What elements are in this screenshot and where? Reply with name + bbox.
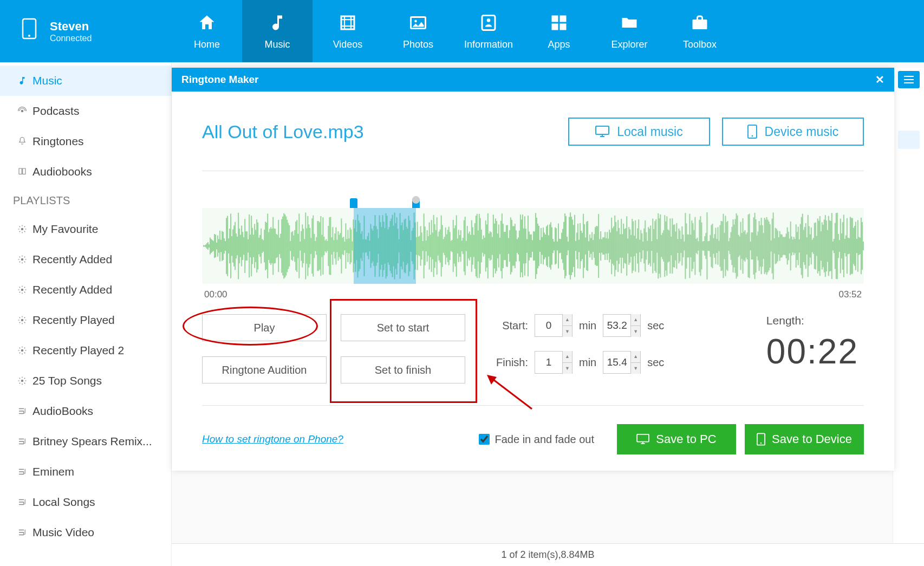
- svg-rect-315: [521, 219, 522, 272]
- svg-rect-533: [758, 231, 759, 260]
- hamburger-button[interactable]: [898, 71, 920, 88]
- start-min-input[interactable]: ▲▼: [535, 314, 572, 337]
- tab-music[interactable]: Music: [242, 0, 313, 62]
- svg-rect-609: [840, 219, 841, 274]
- svg-rect-464: [682, 235, 684, 257]
- svg-rect-501: [723, 214, 724, 278]
- playlist-eminem[interactable]: Eminem: [0, 457, 171, 487]
- svg-rect-520: [744, 232, 745, 261]
- playlist-my-favourite[interactable]: My Favourite: [0, 214, 171, 244]
- fade-checkbox-input[interactable]: [479, 434, 490, 445]
- svg-rect-508: [731, 232, 732, 259]
- playlist-audiobooks[interactable]: AudioBooks: [0, 396, 171, 426]
- playlist-music-video[interactable]: Music Video: [0, 517, 171, 548]
- tab-information[interactable]: Information: [453, 0, 524, 62]
- sidebar-item-podcasts[interactable]: Podcasts: [0, 96, 171, 126]
- svg-rect-559: [786, 233, 787, 258]
- svg-rect-319: [525, 229, 526, 263]
- local-music-button[interactable]: Local music: [568, 118, 710, 146]
- svg-rect-50: [233, 225, 235, 266]
- svg-rect-54: [238, 213, 239, 279]
- svg-rect-356: [565, 216, 567, 276]
- svg-rect-366: [576, 232, 577, 259]
- svg-rect-266: [468, 233, 469, 258]
- svg-rect-289: [493, 214, 494, 277]
- svg-rect-223: [421, 232, 422, 259]
- playlist-britney[interactable]: Britney Spears Remix...: [0, 426, 171, 457]
- svg-rect-115: [304, 239, 305, 253]
- waveform-selection: [354, 208, 416, 284]
- playlist-25-top-songs[interactable]: 25 Top Songs: [0, 366, 171, 396]
- close-icon[interactable]: ✕: [875, 73, 884, 86]
- svg-rect-546: [772, 219, 773, 274]
- svg-rect-527: [751, 232, 752, 259]
- spin-down-icon[interactable]: ▼: [563, 326, 572, 337]
- svg-rect-314: [520, 214, 521, 277]
- ringtone-audition-button[interactable]: Ringtone Audition: [202, 356, 327, 383]
- svg-rect-228: [427, 230, 428, 262]
- playlist-recently-added[interactable]: Recently Added: [0, 244, 171, 275]
- spin-down-icon[interactable]: ▼: [631, 363, 640, 374]
- playlist-local-songs[interactable]: Local Songs: [0, 487, 171, 517]
- sidebar-item-audiobooks[interactable]: Audiobooks: [0, 157, 171, 187]
- svg-rect-608: [839, 240, 840, 252]
- svg-rect-43: [226, 218, 227, 274]
- help-link[interactable]: How to set ringtone on Phone?: [202, 433, 343, 445]
- svg-rect-461: [679, 231, 680, 262]
- music-note-icon: [16, 75, 28, 87]
- set-to-finish-button[interactable]: Set to finish: [341, 356, 465, 383]
- spin-up-icon[interactable]: ▲: [631, 314, 640, 326]
- sidebar-item-ringtones[interactable]: Ringtones: [0, 126, 171, 157]
- finish-sec-input[interactable]: ▲▼: [603, 351, 641, 374]
- finish-label: Finish:: [491, 356, 528, 369]
- start-sec-input[interactable]: ▲▼: [603, 314, 641, 337]
- svg-rect-32: [214, 234, 215, 258]
- svg-rect-616: [848, 238, 849, 255]
- tab-toolbox[interactable]: Toolbox: [665, 0, 735, 62]
- svg-rect-433: [649, 229, 650, 263]
- svg-rect-337: [545, 235, 546, 257]
- play-button[interactable]: Play: [202, 314, 327, 341]
- svg-rect-423: [638, 219, 639, 272]
- tab-home[interactable]: Home: [172, 0, 242, 62]
- svg-rect-462: [680, 239, 681, 253]
- svg-rect-273: [476, 216, 477, 276]
- sidebar-item-music[interactable]: Music: [0, 66, 171, 96]
- svg-rect-349: [558, 224, 559, 269]
- svg-rect-291: [495, 218, 496, 273]
- finish-min-input[interactable]: ▲▼: [535, 351, 572, 374]
- svg-rect-469: [688, 235, 689, 257]
- svg-rect-557: [784, 237, 785, 255]
- playhead-handle[interactable]: [412, 196, 420, 204]
- svg-rect-604: [835, 223, 836, 269]
- svg-rect-519: [743, 218, 744, 274]
- playlist-recently-added-2[interactable]: Recently Added: [0, 275, 171, 305]
- svg-rect-41: [224, 238, 225, 253]
- playlist-recently-played-2[interactable]: Recently Played 2: [0, 335, 171, 366]
- spin-down-icon[interactable]: ▼: [563, 363, 572, 374]
- playlist-recently-played[interactable]: Recently Played: [0, 305, 171, 335]
- svg-rect-46: [229, 229, 230, 263]
- svg-rect-80: [266, 223, 267, 269]
- spin-up-icon[interactable]: ▲: [563, 351, 572, 363]
- spin-up-icon[interactable]: ▲: [631, 351, 640, 363]
- svg-rect-146: [337, 231, 339, 261]
- device-music-button[interactable]: Device music: [722, 118, 864, 146]
- save-to-device-button[interactable]: Save to Device: [745, 424, 864, 454]
- svg-rect-233: [432, 233, 433, 259]
- set-to-start-button[interactable]: Set to start: [341, 314, 465, 341]
- svg-rect-476: [695, 239, 697, 253]
- svg-rect-328: [535, 213, 536, 279]
- waveform[interactable]: [202, 208, 864, 284]
- tab-apps[interactable]: Apps: [524, 0, 594, 62]
- playlist-label: 25 Top Songs: [32, 374, 102, 387]
- svg-rect-44: [227, 216, 228, 276]
- save-to-pc-button[interactable]: Save to PC: [617, 424, 736, 454]
- fade-checkbox[interactable]: Fade in and fade out: [479, 433, 608, 446]
- tab-photos[interactable]: Photos: [383, 0, 453, 62]
- tab-videos[interactable]: Videos: [313, 0, 383, 62]
- spin-down-icon[interactable]: ▼: [631, 326, 640, 337]
- svg-rect-619: [851, 218, 852, 274]
- tab-explorer[interactable]: Explorer: [594, 0, 665, 62]
- spin-up-icon[interactable]: ▲: [563, 314, 572, 326]
